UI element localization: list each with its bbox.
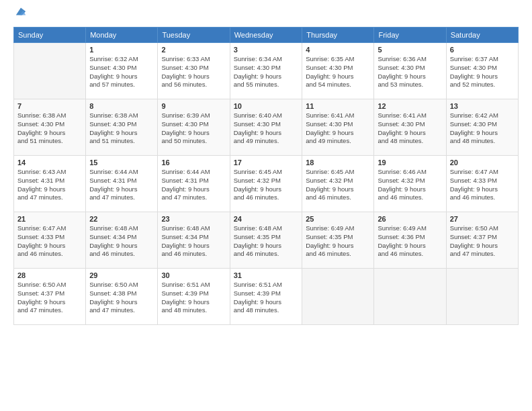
calendar-cell: 17Sunrise: 6:45 AM Sunset: 4:32 PM Dayli…	[230, 156, 302, 212]
calendar-cell: 27Sunrise: 6:50 AM Sunset: 4:37 PM Dayli…	[446, 212, 518, 269]
calendar-week-row: 28Sunrise: 6:50 AM Sunset: 4:37 PM Dayli…	[14, 269, 519, 325]
calendar-cell: 31Sunrise: 6:51 AM Sunset: 4:39 PM Dayli…	[230, 269, 302, 325]
page-container: SundayMondayTuesdayWednesdayThursdayFrid…	[0, 0, 532, 332]
day-info: Sunrise: 6:45 AM Sunset: 4:32 PM Dayligh…	[306, 168, 370, 202]
weekday-header-saturday: Saturday	[446, 28, 518, 43]
logo-icon	[15, 5, 27, 17]
day-info: Sunrise: 6:48 AM Sunset: 4:34 PM Dayligh…	[161, 224, 226, 259]
calendar-week-row: 1Sunrise: 6:32 AM Sunset: 4:30 PM Daylig…	[14, 43, 519, 99]
day-number: 1	[89, 46, 154, 54]
day-info: Sunrise: 6:47 AM Sunset: 4:33 PM Dayligh…	[17, 224, 82, 259]
day-number: 20	[450, 158, 515, 167]
calendar-cell: 1Sunrise: 6:32 AM Sunset: 4:30 PM Daylig…	[86, 43, 158, 99]
day-info: Sunrise: 6:40 AM Sunset: 4:30 PM Dayligh…	[234, 111, 298, 146]
day-info: Sunrise: 6:42 AM Sunset: 4:30 PM Dayligh…	[450, 111, 515, 146]
calendar-cell: 21Sunrise: 6:47 AM Sunset: 4:33 PM Dayli…	[14, 212, 86, 269]
weekday-header-tuesday: Tuesday	[158, 28, 230, 43]
day-info: Sunrise: 6:51 AM Sunset: 4:39 PM Dayligh…	[161, 281, 226, 315]
calendar-cell: 22Sunrise: 6:48 AM Sunset: 4:34 PM Dayli…	[86, 212, 158, 269]
day-number: 30	[161, 271, 226, 279]
calendar-cell: 6Sunrise: 6:37 AM Sunset: 4:30 PM Daylig…	[446, 43, 518, 99]
calendar-cell: 8Sunrise: 6:38 AM Sunset: 4:30 PM Daylig…	[86, 99, 158, 156]
weekday-header-sunday: Sunday	[14, 28, 86, 43]
day-number: 17	[234, 158, 298, 167]
day-info: Sunrise: 6:34 AM Sunset: 4:30 PM Dayligh…	[234, 55, 298, 89]
day-number: 4	[306, 46, 370, 54]
day-info: Sunrise: 6:39 AM Sunset: 4:30 PM Dayligh…	[161, 111, 226, 146]
day-number: 23	[161, 215, 226, 223]
calendar-cell: 28Sunrise: 6:50 AM Sunset: 4:37 PM Dayli…	[14, 269, 86, 325]
day-info: Sunrise: 6:49 AM Sunset: 4:36 PM Dayligh…	[378, 224, 442, 259]
calendar-cell: 9Sunrise: 6:39 AM Sunset: 4:30 PM Daylig…	[158, 99, 230, 156]
day-number: 13	[450, 102, 515, 110]
weekday-header-thursday: Thursday	[302, 28, 374, 43]
day-number: 9	[161, 102, 226, 110]
calendar-cell: 3Sunrise: 6:34 AM Sunset: 4:30 PM Daylig…	[230, 43, 302, 99]
calendar-cell: 4Sunrise: 6:35 AM Sunset: 4:30 PM Daylig…	[302, 43, 374, 99]
day-number: 25	[306, 215, 370, 223]
logo	[13, 12, 27, 17]
day-info: Sunrise: 6:49 AM Sunset: 4:35 PM Dayligh…	[306, 224, 370, 259]
day-info: Sunrise: 6:51 AM Sunset: 4:39 PM Dayligh…	[234, 281, 298, 315]
day-info: Sunrise: 6:47 AM Sunset: 4:33 PM Dayligh…	[450, 168, 515, 202]
day-number: 6	[450, 46, 515, 54]
calendar-week-row: 14Sunrise: 6:43 AM Sunset: 4:31 PM Dayli…	[14, 156, 519, 212]
day-number: 21	[17, 215, 82, 223]
day-info: Sunrise: 6:38 AM Sunset: 4:30 PM Dayligh…	[17, 111, 82, 146]
day-info: Sunrise: 6:33 AM Sunset: 4:30 PM Dayligh…	[161, 55, 226, 89]
calendar-cell: 18Sunrise: 6:45 AM Sunset: 4:32 PM Dayli…	[302, 156, 374, 212]
day-info: Sunrise: 6:35 AM Sunset: 4:30 PM Dayligh…	[306, 55, 370, 89]
day-info: Sunrise: 6:50 AM Sunset: 4:37 PM Dayligh…	[17, 281, 82, 315]
day-info: Sunrise: 6:38 AM Sunset: 4:30 PM Dayligh…	[89, 111, 154, 146]
day-number: 22	[89, 215, 154, 223]
calendar-cell	[302, 269, 374, 325]
day-number: 27	[450, 215, 515, 223]
calendar-cell: 5Sunrise: 6:36 AM Sunset: 4:30 PM Daylig…	[374, 43, 446, 99]
weekday-header-row: SundayMondayTuesdayWednesdayThursdayFrid…	[14, 28, 519, 43]
day-number: 12	[378, 102, 442, 110]
calendar-cell: 23Sunrise: 6:48 AM Sunset: 4:34 PM Dayli…	[158, 212, 230, 269]
day-number: 24	[234, 215, 298, 223]
calendar-cell: 14Sunrise: 6:43 AM Sunset: 4:31 PM Dayli…	[14, 156, 86, 212]
calendar-cell: 26Sunrise: 6:49 AM Sunset: 4:36 PM Dayli…	[374, 212, 446, 269]
day-number: 11	[306, 102, 370, 110]
day-number: 8	[89, 102, 154, 110]
calendar-cell: 24Sunrise: 6:48 AM Sunset: 4:35 PM Dayli…	[230, 212, 302, 269]
calendar-cell: 15Sunrise: 6:44 AM Sunset: 4:31 PM Dayli…	[86, 156, 158, 212]
day-number: 5	[378, 46, 442, 54]
day-info: Sunrise: 6:32 AM Sunset: 4:30 PM Dayligh…	[89, 55, 154, 89]
day-number: 19	[378, 158, 442, 167]
day-number: 14	[17, 158, 82, 167]
day-number: 18	[306, 158, 370, 167]
calendar-week-row: 7Sunrise: 6:38 AM Sunset: 4:30 PM Daylig…	[14, 99, 519, 156]
calendar-cell: 13Sunrise: 6:42 AM Sunset: 4:30 PM Dayli…	[446, 99, 518, 156]
day-number: 31	[234, 271, 298, 279]
day-info: Sunrise: 6:44 AM Sunset: 4:31 PM Dayligh…	[89, 168, 154, 202]
day-info: Sunrise: 6:50 AM Sunset: 4:38 PM Dayligh…	[89, 281, 154, 315]
calendar-table: SundayMondayTuesdayWednesdayThursdayFrid…	[13, 27, 519, 325]
day-number: 3	[234, 46, 298, 54]
calendar-week-row: 21Sunrise: 6:47 AM Sunset: 4:33 PM Dayli…	[14, 212, 519, 269]
calendar-cell: 2Sunrise: 6:33 AM Sunset: 4:30 PM Daylig…	[158, 43, 230, 99]
day-info: Sunrise: 6:37 AM Sunset: 4:30 PM Dayligh…	[450, 55, 515, 89]
calendar-cell	[374, 269, 446, 325]
weekday-header-monday: Monday	[86, 28, 158, 43]
calendar-cell: 20Sunrise: 6:47 AM Sunset: 4:33 PM Dayli…	[446, 156, 518, 212]
calendar-cell: 16Sunrise: 6:44 AM Sunset: 4:31 PM Dayli…	[158, 156, 230, 212]
day-number: 28	[17, 271, 82, 279]
calendar-cell: 19Sunrise: 6:46 AM Sunset: 4:32 PM Dayli…	[374, 156, 446, 212]
weekday-header-friday: Friday	[374, 28, 446, 43]
calendar-cell: 29Sunrise: 6:50 AM Sunset: 4:38 PM Dayli…	[86, 269, 158, 325]
day-number: 15	[89, 158, 154, 167]
calendar-cell	[446, 269, 518, 325]
day-info: Sunrise: 6:48 AM Sunset: 4:35 PM Dayligh…	[234, 224, 298, 259]
calendar-cell: 7Sunrise: 6:38 AM Sunset: 4:30 PM Daylig…	[14, 99, 86, 156]
day-info: Sunrise: 6:45 AM Sunset: 4:32 PM Dayligh…	[234, 168, 298, 202]
day-info: Sunrise: 6:41 AM Sunset: 4:30 PM Dayligh…	[378, 111, 442, 146]
day-info: Sunrise: 6:50 AM Sunset: 4:37 PM Dayligh…	[450, 224, 515, 259]
weekday-header-wednesday: Wednesday	[230, 28, 302, 43]
day-number: 16	[161, 158, 226, 167]
day-number: 7	[17, 102, 82, 110]
day-info: Sunrise: 6:43 AM Sunset: 4:31 PM Dayligh…	[17, 168, 82, 202]
calendar-cell: 12Sunrise: 6:41 AM Sunset: 4:30 PM Dayli…	[374, 99, 446, 156]
